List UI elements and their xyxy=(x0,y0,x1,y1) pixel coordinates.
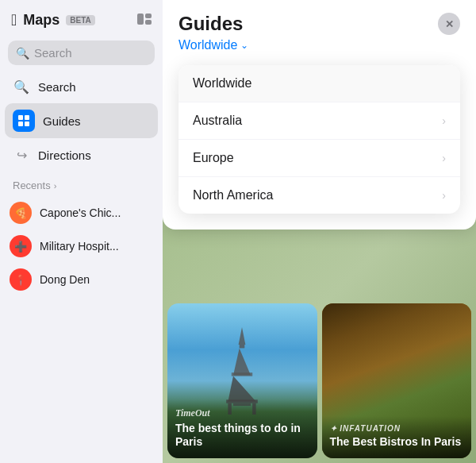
svg-marker-9 xyxy=(233,348,251,375)
close-button[interactable]: ✕ xyxy=(438,13,460,35)
search-bar[interactable]: 🔍 Search xyxy=(8,41,155,65)
recent-dongden-icon: 📍 xyxy=(10,268,32,291)
svg-rect-0 xyxy=(137,14,144,25)
dropdown-item-australia[interactable]: Australia › xyxy=(178,102,460,140)
app-title: Maps xyxy=(23,12,60,29)
sidebar-item-search-label: Search xyxy=(38,80,76,94)
recent-item-military[interactable]: ➕ Military Hospit... xyxy=(0,230,163,263)
svg-rect-8 xyxy=(240,345,245,348)
recent-military-label: Military Hospit... xyxy=(40,240,119,253)
recent-dongden-label: Dong Den xyxy=(40,273,90,286)
sidebar-item-directions[interactable]: ↪ Directions xyxy=(5,140,158,170)
sidebar-item-search[interactable]: 🔍 Search xyxy=(5,71,158,102)
bistros-card-title: The Best Bistros In Paris xyxy=(330,435,464,449)
svg-marker-11 xyxy=(228,376,256,402)
bistros-card-overlay: ✦ INFATUATION The Best Bistros In Paris xyxy=(322,416,472,458)
europe-chevron-icon: › xyxy=(442,152,446,164)
svg-rect-4 xyxy=(25,115,29,120)
recent-item-dongden[interactable]: 📍 Dong Den xyxy=(0,263,163,296)
recent-item-capones[interactable]: 🍕 Capone's Chic... xyxy=(0,196,163,230)
region-dropdown: Worldwide Australia › Europe › North Ame… xyxy=(178,65,460,214)
svg-rect-6 xyxy=(25,122,29,126)
recents-label: Recents xyxy=(13,179,51,191)
dropdown-item-north-america[interactable]: North America › xyxy=(178,177,460,214)
main-content: TimeOut The best things to do in Paris ✦… xyxy=(163,0,476,463)
recents-chevron-icon[interactable]: › xyxy=(54,181,57,191)
search-icon: 🔍 xyxy=(16,47,29,60)
sidebar-nav: 🔍 Search Guides ↪ Directions xyxy=(0,71,163,170)
dropdown-europe-label: Europe xyxy=(193,151,234,165)
bistros-card-brand: ✦ INFATUATION xyxy=(330,424,464,433)
recent-military-icon: ➕ xyxy=(10,235,32,257)
search-nav-icon: 🔍 xyxy=(13,78,30,95)
recents-header: Recents › xyxy=(0,170,163,196)
directions-nav-icon: ↪ xyxy=(13,146,30,164)
guides-nav-icon xyxy=(13,110,35,132)
panel-header: Guides ✕ xyxy=(178,13,460,35)
worldwide-chevron-icon: ⌄ xyxy=(240,40,248,51)
paris-card-overlay: TimeOut The best things to do in Paris xyxy=(167,399,317,458)
sidebar:  Maps BETA 🔍 Search 🔍 Search xyxy=(0,0,163,463)
dropdown-item-worldwide[interactable]: Worldwide xyxy=(178,65,460,102)
sidebar-item-guides[interactable]: Guides xyxy=(5,103,158,138)
paris-card-brand: TimeOut xyxy=(175,407,309,419)
svg-rect-2 xyxy=(145,20,152,25)
apple-logo-icon:  xyxy=(11,11,17,29)
panel-title: Guides xyxy=(178,13,243,35)
north-america-chevron-icon: › xyxy=(442,189,446,202)
infatuation-brand-text: ✦ INFATUATION xyxy=(330,424,401,433)
close-icon: ✕ xyxy=(445,18,454,30)
dropdown-worldwide-label: Worldwide xyxy=(193,76,251,91)
dropdown-australia-label: Australia xyxy=(193,114,242,128)
timeout-brand-text: TimeOut xyxy=(175,407,210,419)
dropdown-item-europe[interactable]: Europe › xyxy=(178,140,460,177)
app-header:  Maps BETA xyxy=(0,0,163,37)
paris-card-title: The best things to do in Paris xyxy=(175,422,309,449)
worldwide-label: Worldwide xyxy=(178,38,237,52)
sidebar-item-directions-label: Directions xyxy=(38,149,91,162)
svg-rect-5 xyxy=(18,122,23,126)
dropdown-north-america-label: North America xyxy=(193,188,273,203)
svg-rect-1 xyxy=(145,14,152,18)
guide-card-paris[interactable]: TimeOut The best things to do in Paris xyxy=(167,303,317,458)
worldwide-selector[interactable]: Worldwide ⌄ xyxy=(178,38,460,52)
australia-chevron-icon: › xyxy=(442,114,446,127)
beta-badge: BETA xyxy=(66,15,94,25)
search-label: Search xyxy=(34,46,72,60)
svg-marker-7 xyxy=(239,327,246,345)
sidebar-item-guides-label: Guides xyxy=(43,114,81,128)
guides-panel: Guides ✕ Worldwide ⌄ Worldwide Australia… xyxy=(163,0,476,230)
recent-capones-label: Capone's Chic... xyxy=(40,206,121,219)
guide-card-bistros[interactable]: ✦ INFATUATION The Best Bistros In Paris xyxy=(322,303,472,458)
svg-rect-3 xyxy=(18,115,23,120)
svg-rect-10 xyxy=(232,372,252,376)
layout-icon[interactable] xyxy=(137,14,152,28)
guide-cards-row: TimeOut The best things to do in Paris ✦… xyxy=(163,299,476,463)
recent-capones-icon: 🍕 xyxy=(10,202,32,224)
